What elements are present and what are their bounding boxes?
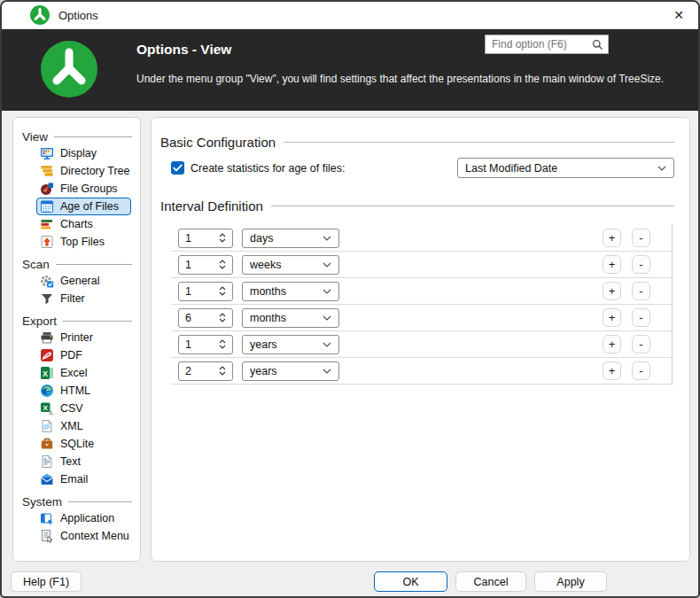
interval-row: 1 weeks + -	[171, 252, 672, 278]
add-interval-button[interactable]: +	[603, 255, 621, 274]
add-interval-button[interactable]: +	[603, 282, 621, 300]
spinner-arrows[interactable]	[215, 339, 232, 349]
search-input[interactable]	[486, 38, 592, 50]
sidebar-item-label: File Groups	[60, 183, 118, 195]
selected-value: days	[243, 232, 323, 245]
remove-interval-button[interactable]: -	[632, 282, 650, 300]
sidebar-item-display[interactable]: Display	[36, 144, 131, 162]
sidebar-item-xml[interactable]: XML	[36, 417, 131, 435]
search-icon[interactable]	[592, 39, 603, 50]
interval-row: 1 years + -	[171, 331, 672, 358]
sidebar-item-sqlite[interactable]: SQLite	[36, 435, 131, 453]
age-of-files-icon	[40, 199, 54, 214]
interval-value-input[interactable]: 6	[178, 308, 233, 328]
svg-text:X: X	[43, 404, 49, 412]
sidebar-item-pdf[interactable]: PDF	[36, 346, 131, 364]
divider	[271, 206, 674, 206]
help-button[interactable]: Help (F1)	[11, 571, 82, 592]
interval-unit-select[interactable]: years	[242, 361, 339, 381]
chevron-down-icon	[657, 166, 666, 171]
interval-unit-select[interactable]: months	[242, 282, 339, 301]
sidebar-item-file-groups[interactable]: File Groups	[36, 180, 131, 198]
sidebar-item-email[interactable]: Email	[36, 470, 131, 488]
interval-value: 1	[179, 338, 215, 351]
sidebar-item-charts[interactable]: Charts	[36, 215, 131, 233]
find-option-searchbox[interactable]	[485, 35, 609, 54]
excel-icon: X	[40, 366, 54, 380]
cancel-button[interactable]: Cancel	[455, 571, 526, 592]
spinner-arrows[interactable]	[215, 233, 232, 243]
sidebar-item-label: Directory Tree	[60, 165, 130, 177]
interval-value-input[interactable]: 1	[178, 255, 233, 275]
sidebar-item-context-menu[interactable]: Context Menu	[36, 527, 131, 545]
pdf-icon	[40, 348, 54, 362]
application-window-icon	[40, 511, 54, 525]
sidebar-item-printer[interactable]: Printer	[36, 329, 131, 346]
interval-value-input[interactable]: 1	[178, 335, 233, 354]
create-statistics-checkbox[interactable]	[171, 161, 184, 175]
sidebar-item-general[interactable]: General	[36, 272, 131, 290]
interval-value-input[interactable]: 1	[178, 282, 233, 301]
interval-unit-select[interactable]: years	[242, 335, 339, 354]
sidebar-item-label: PDF	[60, 349, 82, 361]
age-statistics-row: Create statistics for age of files: Last…	[160, 158, 674, 178]
close-button[interactable]: ✕	[659, 2, 698, 28]
sidebar-item-directory-tree[interactable]: Directory Tree	[36, 162, 131, 180]
sidebar-item-excel[interactable]: X Excel	[36, 364, 131, 382]
remove-interval-button[interactable]: -	[632, 308, 650, 327]
remove-interval-button[interactable]: -	[632, 361, 650, 380]
selected-value: Last Modified Date	[458, 162, 657, 175]
spinner-arrows[interactable]	[215, 286, 232, 296]
interval-unit-select[interactable]: weeks	[242, 255, 339, 275]
spinner-down-icon	[219, 318, 226, 322]
add-interval-button[interactable]: +	[603, 229, 621, 247]
add-interval-button[interactable]: +	[603, 361, 621, 380]
sidebar-item-filter[interactable]: Filter	[36, 290, 131, 307]
svg-text:X: X	[43, 369, 48, 378]
sidebar-item-text[interactable]: Text	[36, 453, 131, 470]
spinner-arrows[interactable]	[215, 313, 232, 322]
sidebar-item-top-files[interactable]: Top Files	[36, 233, 131, 251]
remove-interval-button[interactable]: -	[632, 229, 650, 247]
remove-interval-button[interactable]: -	[632, 335, 650, 353]
interval-unit-select[interactable]: days	[242, 229, 339, 248]
add-interval-button[interactable]: +	[603, 308, 621, 327]
sidebar-item-html[interactable]: HTML	[36, 382, 131, 400]
treesize-app-icon	[30, 5, 50, 25]
gear-check-icon	[40, 274, 54, 288]
spinner-down-icon	[219, 265, 226, 269]
close-icon: ✕	[673, 8, 684, 22]
filter-icon	[40, 291, 54, 306]
window-title: Options	[58, 9, 98, 22]
sidebar-item-csv[interactable]: Xa, CSV	[36, 400, 131, 417]
spinner-down-icon	[219, 238, 226, 243]
chevron-down-icon	[323, 315, 331, 321]
spinner-arrows[interactable]	[215, 366, 232, 376]
ok-button[interactable]: OK	[374, 571, 447, 592]
interval-unit-select[interactable]: months	[242, 308, 339, 328]
spinner-up-icon	[219, 286, 226, 291]
interval-value-input[interactable]: 1	[178, 229, 233, 248]
interval-value: 1	[179, 285, 215, 298]
add-interval-button[interactable]: +	[603, 335, 621, 353]
apply-button[interactable]: Apply	[534, 571, 607, 592]
sidebar-item-label: Context Menu	[60, 530, 129, 542]
date-type-select[interactable]: Last Modified Date	[457, 158, 674, 178]
sidebar-item-age-of-files[interactable]: Age of Files	[36, 198, 131, 215]
interval-value-input[interactable]: 2	[178, 361, 233, 381]
spinner-arrows[interactable]	[215, 260, 232, 269]
page-title: Options - View	[136, 42, 231, 58]
interval-definition-header: Interval Definition	[160, 198, 674, 214]
divider	[54, 136, 132, 137]
sidebar-item-label: Display	[60, 147, 97, 159]
sidebar-item-label: Printer	[60, 331, 93, 344]
sidebar-item-application[interactable]: Application	[36, 509, 131, 527]
settings-panel: Basic Configuration Create statistics fo…	[151, 117, 690, 562]
csv-icon: Xa,	[40, 401, 54, 415]
file-groups-icon	[40, 182, 54, 196]
spinner-up-icon	[219, 233, 226, 237]
svg-text:a,: a,	[49, 409, 54, 415]
page-header: Options - View Under the menu group "Vie…	[2, 29, 698, 111]
display-icon	[40, 146, 54, 160]
remove-interval-button[interactable]: -	[632, 255, 650, 274]
